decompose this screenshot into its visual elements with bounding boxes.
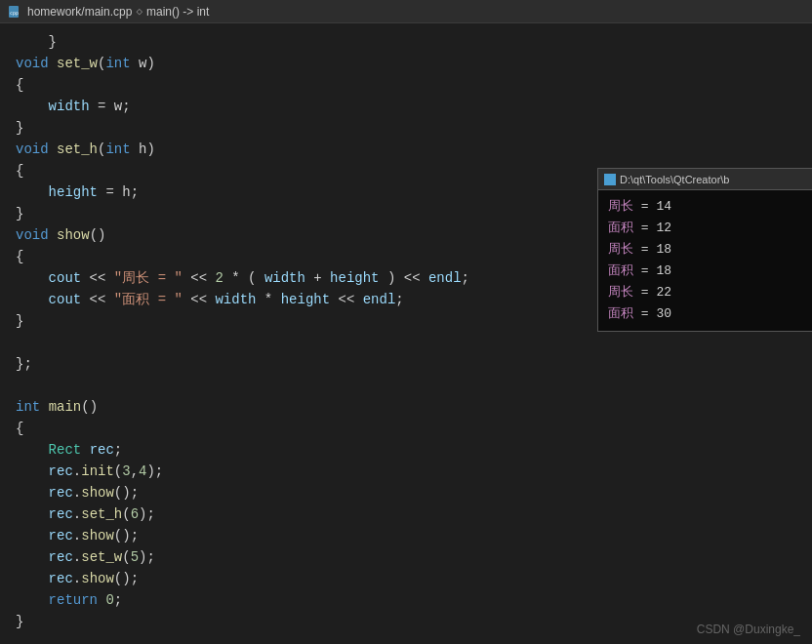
console-line-2: 面积 = 12 [608,218,802,239]
console-title-bar: D:\qt\Tools\QtCreator\b [598,169,812,190]
console-body: 周长 = 14 面积 = 12 周长 = 18 面积 = 18 周长 = 22 … [598,190,812,331]
console-line-6: 面积 = 30 [608,303,802,325]
code-line-26: rec.show(); [0,568,812,589]
code-line-16: }; [0,353,812,375]
code-line-4: width = w; [0,96,812,117]
code-line-6: void set_h(int h) [0,139,812,160]
code-line-5: } [0,117,812,139]
code-line-18: int main() [0,396,812,418]
watermark: CSDN @Duxingke_ [697,623,800,636]
code-line-15 [0,332,812,353]
filename-label: homework/main.cpp [27,5,132,19]
code-line-19: { [0,418,812,439]
code-line-17 [0,375,812,396]
code-line-2: void set_w(int w) [0,53,812,74]
console-line-4: 面积 = 18 [608,261,802,282]
code-editor[interactable]: } void set_w(int w) { width = w; } void … [0,23,812,644]
console-title-text: D:\qt\Tools\QtCreator\b [620,174,730,185]
code-line-24: rec.show(); [0,525,812,546]
code-line-23: rec.set_h(6); [0,503,812,525]
code-line-22: rec.show(); [0,482,812,503]
svg-text:cpp: cpp [10,10,19,17]
file-icon: cpp [8,5,21,19]
code-line-25: rec.set_w(5); [0,546,812,568]
console-window: D:\qt\Tools\QtCreator\b 周长 = 14 面积 = 12 … [597,168,812,332]
code-line-1: } [0,31,812,53]
console-line-5: 周长 = 22 [608,282,802,303]
code-line-3: { [0,74,812,96]
console-line-1: 周长 = 14 [608,196,802,218]
code-line-21: rec.init(3,4); [0,461,812,482]
code-line-27: return 0; [0,589,812,611]
code-line-20: Rect rec; [0,439,812,461]
title-bar: cpp homework/main.cpp ◇ main() -> int [0,0,812,23]
code-line-28: } [0,611,812,632]
function-label: main() -> int [146,5,209,19]
console-icon [604,174,616,185]
console-line-3: 周长 = 18 [608,239,802,261]
breadcrumb-arrow: ◇ [136,5,142,18]
